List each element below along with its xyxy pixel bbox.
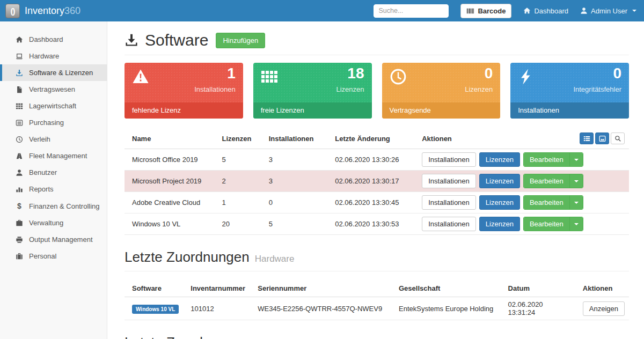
bearbeiten-dropdown-toggle[interactable] (569, 196, 583, 209)
bearbeiten-button[interactable]: Bearbeiten (524, 174, 569, 188)
installationen-button[interactable]: Installationen (422, 195, 476, 210)
sidebar-item-label: Software & Lizenzen (29, 69, 93, 77)
software-badge[interactable]: Windows 10 VL (132, 305, 179, 314)
barcode-label: Barcode (478, 7, 506, 15)
download-icon (16, 69, 23, 77)
sidebar-item-reports[interactable]: Reports (0, 181, 107, 197)
stat-card-freie-lizenzen[interactable]: 18 Lizenzen freie Lizenzen (253, 63, 372, 119)
stat-card-vertragsende[interactable]: 0 Lizenzen Vertragsende (382, 63, 501, 119)
column-header-lizenzen[interactable]: Lizenzen (215, 127, 261, 149)
barcode-icon (466, 7, 474, 15)
sidebar-item-benutzer[interactable]: Benutzer (0, 164, 107, 181)
column-header-seriennummer[interactable]: Seriennummer (250, 279, 391, 297)
stat-card-fehlende-lizenz[interactable]: 1 Installationen fehlende Lizenz (125, 63, 243, 119)
bearbeiten-dropdown-toggle[interactable] (569, 174, 583, 188)
column-header-aktionen: Aktionen (414, 127, 572, 149)
hardware-section-heading: Letzte Zuordnungen Hardware (125, 249, 629, 266)
chevron-down-icon (632, 10, 636, 12)
add-button[interactable]: Hinzufügen (216, 33, 265, 48)
installationen-button[interactable]: Installationen (422, 152, 476, 167)
sidebar-item-purchasing[interactable]: Purchasing (0, 114, 107, 131)
user-menu[interactable]: Admin User (580, 7, 636, 15)
cell-letzte-aenderung: 02.06.2020 13:30:17 (327, 171, 414, 192)
sidebar-item-verwaltung[interactable]: Verwaltung (0, 215, 107, 231)
search-button[interactable] (611, 132, 625, 144)
lizenzen-button[interactable]: Lizenzen (479, 152, 520, 167)
cell-installationen: 3 (261, 149, 328, 171)
sidebar-item-dashboard[interactable]: Dashboard (0, 31, 107, 48)
clock-icon (390, 68, 407, 85)
card-view-button[interactable] (595, 132, 609, 144)
cell-lizenzen: 2 (215, 171, 261, 192)
sidebar-item-personal[interactable]: Personal (0, 248, 107, 264)
chevron-down-icon (574, 202, 579, 204)
column-header-inventarnummer[interactable]: Inventarnummer (183, 279, 250, 297)
bearbeiten-dropdown-toggle[interactable] (569, 217, 583, 231)
column-header-letzte-aenderung[interactable]: Letzte Änderung (327, 127, 414, 149)
stat-label: Installationen (194, 85, 236, 93)
sidebar-item-finanzen-controlling[interactable]: $ Finanzen & Controlling (0, 197, 107, 215)
nav-dashboard-label: Dashboard (534, 7, 568, 15)
cell-installationen: 5 (261, 213, 328, 235)
stat-card-integritaetsfehler[interactable]: 0 Integritätsfehler Installationen (510, 63, 629, 119)
lizenzen-button[interactable]: Lizenzen (479, 217, 520, 231)
benutzer-section-heading: Letzte Zuordnungen Benutzer (125, 334, 629, 339)
column-header-installationen[interactable]: Installationen (261, 127, 328, 149)
brand[interactable]: () Inventory360 (5, 4, 80, 18)
sidebar-item-label: Personal (29, 252, 56, 260)
stat-footer: Installationen (510, 102, 629, 119)
column-header-gesellschaft[interactable]: Gesellschaft (391, 279, 501, 297)
printer-icon (16, 236, 23, 244)
sidebar-item-verleih[interactable]: Verleih (0, 131, 107, 148)
nav-dashboard-link[interactable]: Dashboard (523, 7, 568, 15)
bearbeiten-button[interactable]: Bearbeiten (524, 196, 569, 209)
hardware-table: Software Inventarnummer Seriennummer Ges… (125, 279, 629, 320)
list-view-button[interactable] (580, 132, 594, 144)
sidebar-item-vertragswesen[interactable]: Vertragswesen (0, 81, 107, 98)
sidebar-item-output-management[interactable]: Output Management (0, 231, 107, 248)
stat-footer: freie Lizenzen (253, 102, 372, 119)
anzeigen-button[interactable]: Anzeigen (583, 301, 625, 316)
list-alt-icon (16, 119, 23, 127)
sidebar-item-fleet-management[interactable]: Fleet Management (0, 148, 107, 164)
cell-name: Windows 10 VL (125, 213, 215, 235)
grid-icon (261, 68, 278, 85)
bearbeiten-button[interactable]: Bearbeiten (524, 217, 569, 231)
cell-lizenzen: 20 (215, 213, 261, 235)
chevron-down-icon (574, 223, 579, 225)
search-input[interactable] (374, 4, 449, 18)
stat-label: Lizenzen (336, 85, 364, 93)
sidebar-item-software-lizenzen[interactable]: Software & Lizenzen (0, 64, 107, 81)
sidebar-item-label: Vertragswesen (29, 85, 75, 93)
stat-cards: 1 Installationen fehlende Lizenz 18 Lize… (125, 63, 629, 119)
stat-footer: Vertragsende (382, 102, 501, 119)
user-icon (580, 7, 588, 14)
lizenzen-button[interactable]: Lizenzen (479, 174, 520, 188)
column-header-software[interactable]: Software (125, 279, 183, 297)
stat-label: Lizenzen (465, 85, 493, 93)
bearbeiten-button[interactable]: Bearbeiten (524, 153, 569, 166)
sidebar-item-label: Reports (29, 185, 54, 193)
cell-installationen: 3 (261, 171, 328, 192)
sidebar-item-hardware[interactable]: Hardware (0, 48, 107, 64)
installationen-button[interactable]: Installationen (422, 217, 476, 231)
cell-letzte-aenderung: 02.06.2020 13:30:26 (327, 149, 414, 171)
column-header-name[interactable]: Name (125, 127, 215, 149)
section-title: Letzte Zuordnungen (125, 249, 250, 266)
stat-footer: fehlende Lizenz (125, 102, 243, 119)
cell-inventarnummer: 101012 (183, 297, 250, 320)
page-title-text: Software (145, 31, 208, 49)
cell-datum: 02.06.2020 13:31:24 (501, 297, 575, 320)
download-icon (125, 33, 138, 47)
cell-letzte-aenderung: 02.06.2020 13:30:45 (327, 192, 414, 213)
bearbeiten-dropdown-toggle[interactable] (569, 153, 583, 166)
barcode-button[interactable]: Barcode (460, 4, 511, 18)
page-title: Software (125, 31, 208, 49)
installationen-button[interactable]: Installationen (422, 174, 476, 188)
chevron-down-icon (574, 159, 579, 161)
sidebar-item-lagerwirtschaft[interactable]: Lagerwirtschaft (0, 98, 107, 114)
lizenzen-button[interactable]: Lizenzen (479, 195, 520, 210)
column-header-datum[interactable]: Datum (501, 279, 575, 297)
bolt-icon (518, 68, 535, 85)
brand-name: Inventory360 (25, 5, 80, 17)
